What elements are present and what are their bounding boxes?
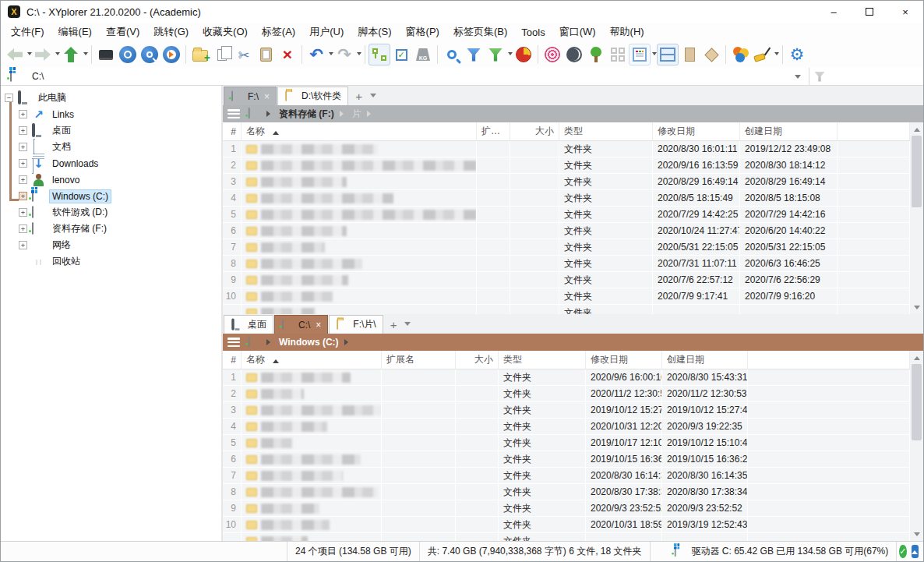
tree-item-Links[interactable]: +↗Links [1, 106, 221, 122]
column-header-修改日期[interactable]: 修改日期 [586, 351, 662, 369]
file-row[interactable]: 5文件夹2020/7/29 14:42:252020/7/29 14:42:16 [223, 207, 910, 223]
tree-item-label[interactable]: 回收站 [49, 253, 83, 270]
folder-sizes-button[interactable]: KG [412, 44, 434, 65]
scroll-up-icon[interactable] [910, 351, 923, 364]
tree-expander[interactable]: − [5, 94, 13, 102]
file-row[interactable]: 6文件夹2019/10/15 16:36:242019/10/15 16:36:… [223, 451, 910, 468]
menu-item-4[interactable]: 收藏夹(O) [196, 23, 255, 41]
column-header-大小[interactable]: 大小 [456, 351, 499, 369]
tab-F:\[interactable]: F:\× [224, 87, 277, 105]
back-button[interactable] [4, 44, 26, 65]
tag-button[interactable] [700, 44, 722, 65]
file-row[interactable]: 4文件夹2020/8/5 18:15:492020/8/5 18:15:08 [223, 190, 910, 207]
file-row[interactable]: 9文件夹2020/7/6 22:57:122020/7/6 22:56:29 [223, 272, 910, 288]
status-queue-icon[interactable] [912, 545, 919, 558]
file-row[interactable]: 9文件夹2020/9/3 23:52:522020/9/3 23:52:52 [223, 500, 910, 517]
new-tab-button[interactable]: + [355, 90, 362, 103]
tab-list-dropdown[interactable] [370, 94, 376, 101]
tab-list-dropdown[interactable] [404, 322, 411, 329]
maximize-button[interactable] [852, 1, 887, 23]
tree-item-label[interactable]: Windows (C:) [49, 189, 111, 203]
tab-F:\片\[interactable]: F:\片\ [329, 315, 383, 334]
tree-expander[interactable]: + [19, 110, 27, 118]
menu-item-12[interactable]: 帮助(H) [603, 23, 651, 41]
column-header-大小[interactable]: 大小 [510, 122, 559, 140]
tree-item-此电脑[interactable]: −此电脑 [1, 90, 221, 106]
cut-button[interactable]: ✂ [233, 44, 255, 65]
file-row[interactable]: 1文件夹2020/9/6 16:00:162020/8/30 15:43:31 [223, 369, 910, 386]
column-header-修改日期[interactable]: 修改日期 [653, 122, 740, 140]
file-row[interactable]: 8文件夹2020/8/30 17:38:342020/8/30 17:38:34 [223, 484, 910, 500]
roller-dropdown[interactable] [774, 52, 779, 58]
tree-expander[interactable]: + [19, 192, 27, 200]
tree-item-label[interactable]: 网络 [49, 237, 74, 253]
tree-item-label[interactable]: 文档 [49, 139, 74, 155]
column-header-创建日期[interactable]: 创建日期 [740, 122, 838, 140]
redo-button[interactable]: ↷ [333, 44, 355, 65]
toggle-tree-button[interactable] [369, 44, 390, 65]
tree-item-回收站[interactable]: 回收站 [1, 253, 221, 270]
color-filters-button[interactable] [729, 44, 751, 65]
find-files-button[interactable] [441, 44, 463, 65]
tree-item-label[interactable]: 软件游戏 (D:) [49, 204, 111, 221]
vertical-scrollbar[interactable] [910, 122, 923, 314]
delete-button[interactable]: × [277, 44, 298, 65]
column-header-名称[interactable]: 名称 [242, 351, 382, 369]
tree-item-label[interactable]: lenovo [49, 173, 83, 187]
tree-expander[interactable]: + [19, 241, 27, 249]
file-row[interactable]: 2文件夹2020/9/16 16:13:592020/8/30 18:14:12 [223, 157, 910, 174]
spot-jump-button[interactable] [541, 44, 563, 65]
pane-menu-icon[interactable] [227, 109, 240, 118]
seasonal-tree-button[interactable] [585, 44, 607, 65]
tree-expander[interactable]: + [19, 224, 27, 233]
configuration-button[interactable]: ⚙ [786, 44, 808, 65]
preview-pane-button[interactable] [679, 44, 700, 65]
copy-button[interactable] [211, 44, 233, 65]
file-row[interactable]: 文件夹 [223, 533, 910, 541]
vertical-scrollbar[interactable] [910, 351, 923, 541]
details-view-button[interactable] [629, 44, 651, 65]
tab-close-icon[interactable]: × [316, 321, 321, 329]
visual-filter-button[interactable] [485, 44, 506, 65]
file-row[interactable]: 3文件夹2020/8/29 16:49:142020/8/29 16:49:14 [223, 174, 910, 190]
menu-item-6[interactable]: 用户(U) [302, 23, 351, 41]
menu-item-2[interactable]: 查看(V) [99, 23, 146, 41]
menu-item-5[interactable]: 标签(A) [255, 23, 302, 41]
tree-expander[interactable]: + [19, 175, 27, 184]
tree-expander[interactable]: + [19, 126, 27, 135]
menu-item-3[interactable]: 跳转(G) [146, 23, 196, 41]
crumb-segment[interactable]: 资料存储 (F:) [279, 108, 334, 121]
new-tab-button[interactable]: + [390, 318, 397, 331]
size-pie-button[interactable] [513, 44, 534, 65]
paste-button[interactable] [255, 44, 277, 65]
tab-C:\[interactable]: C:\× [274, 315, 328, 334]
file-row[interactable]: 6文件夹2020/10/24 11:27:472020/6/20 14:40:2… [223, 223, 910, 239]
menu-item-7[interactable]: 脚本(S) [351, 23, 398, 41]
up-button[interactable] [60, 44, 82, 65]
file-row[interactable]: 5文件夹2019/10/17 12:10:292019/10/12 15:10:… [223, 435, 910, 451]
file-row[interactable]: 4文件夹2020/10/31 12:20:252020/9/3 19:22:35 [223, 419, 910, 435]
show-desktop-button[interactable] [95, 44, 117, 65]
tree-item-资料存储 (F:)[interactable]: +资料存储 (F:) [1, 221, 221, 237]
column-header-类型[interactable]: 类型 [499, 351, 586, 369]
minimize-button[interactable]: – [816, 1, 852, 23]
tab-桌面[interactable]: 桌面 [224, 315, 273, 334]
column-header-名称[interactable]: 名称 [242, 122, 477, 140]
forward-button[interactable] [32, 44, 54, 65]
highlight-roller-button[interactable] [751, 44, 773, 65]
dark-mode-button[interactable] [563, 44, 585, 65]
file-row[interactable]: 1文件夹2020/8/30 16:01:112019/12/12 23:49:0… [223, 141, 910, 157]
menu-item-1[interactable]: 编辑(E) [51, 23, 99, 41]
pane-menu-icon[interactable] [227, 338, 240, 347]
tree-item-网络[interactable]: +网络 [1, 237, 221, 253]
scroll-down-icon[interactable] [910, 301, 923, 314]
redo-dropdown[interactable] [357, 52, 361, 58]
column-header-#[interactable]: # [223, 351, 242, 369]
tree-item-文档[interactable]: +文档 [1, 139, 221, 155]
tree-item-软件游戏 (D:)[interactable]: +软件游戏 (D:) [1, 204, 221, 221]
menu-item-11[interactable]: 窗口(W) [552, 23, 603, 41]
up-dropdown[interactable] [83, 52, 88, 58]
toggle-checkboxes-button[interactable]: ✓ [390, 44, 412, 65]
column-header-扩展名[interactable]: 扩展名 [382, 351, 456, 369]
tree-item-lenovo[interactable]: +lenovo [1, 171, 221, 188]
